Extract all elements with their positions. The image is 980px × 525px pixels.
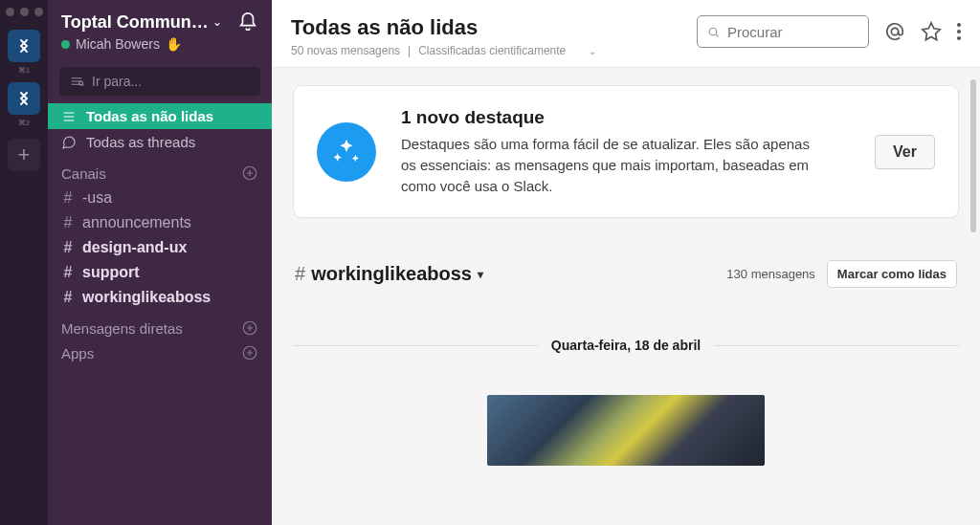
- chevron-down-icon: ⌄: [589, 46, 596, 56]
- channel-name: -usa: [82, 189, 112, 207]
- scrollbar-thumb[interactable]: [970, 79, 976, 232]
- nav-all-threads[interactable]: Todas as threads: [48, 129, 272, 155]
- message-image[interactable]: [487, 395, 765, 466]
- apps-section-header[interactable]: Apps: [48, 340, 272, 365]
- nav-threads-label: Todas as threads: [86, 134, 195, 150]
- highlight-body: Destaques são uma forma fácil de se atua…: [401, 134, 813, 196]
- sidebar: Toptal Commun… ⌄ Micah Bowers ✋ Ir para.…: [48, 0, 272, 525]
- workspace-name: Toptal Commun…: [61, 12, 209, 33]
- add-app-icon[interactable]: [241, 344, 258, 361]
- channels-section-header[interactable]: Canais: [48, 155, 272, 186]
- search-box[interactable]: [697, 15, 869, 48]
- topbar: Todas as não lidas 50 novas mensagens | …: [272, 0, 980, 68]
- hash-icon: #: [295, 263, 305, 285]
- unreads-icon: [61, 109, 77, 124]
- workspace-icon-1[interactable]: [8, 30, 40, 62]
- highlight-card: 1 novo destaque Destaques são uma forma …: [293, 85, 959, 218]
- highlight-title: 1 novo destaque: [401, 107, 850, 128]
- workspace-shortcut-2: ⌘2: [18, 119, 30, 127]
- date-divider: Quarta-feira, 18 de abril: [293, 338, 959, 353]
- more-menu-icon[interactable]: [957, 23, 961, 40]
- presence-indicator: [61, 40, 70, 49]
- channel-name: workinglikeaboss: [82, 289, 211, 306]
- channel-item[interactable]: #support: [48, 260, 272, 285]
- channel-name: announcements: [82, 214, 191, 231]
- search-icon: [707, 25, 720, 39]
- date-label: Quarta-feira, 18 de abril: [551, 338, 701, 353]
- sort-label: Classificadas cientificamente: [418, 44, 566, 57]
- dm-section-header[interactable]: Mensagens diretas: [48, 310, 272, 340]
- channel-unread-header: # workinglikeaboss ▾ 130 mensagens Marca…: [293, 260, 959, 288]
- apps-heading: Apps: [61, 345, 94, 361]
- scrollbar[interactable]: [970, 79, 976, 514]
- svg-point-4: [709, 28, 717, 35]
- nav-all-unreads[interactable]: Todas as não lidas: [48, 103, 272, 129]
- nav-unreads-label: Todas as não lidas: [86, 108, 213, 124]
- main-area: Todas as não lidas 50 novas mensagens | …: [272, 0, 980, 525]
- separator: |: [408, 44, 411, 57]
- jump-placeholder: Ir para...: [92, 74, 142, 89]
- content-scroll[interactable]: 1 novo destaque Destaques são uma forma …: [272, 68, 980, 525]
- page-subtitle[interactable]: 50 novas mensagens | Classificadas cient…: [291, 44, 596, 57]
- mark-as-read-button[interactable]: Marcar como lidas: [827, 260, 957, 288]
- add-channel-icon[interactable]: [241, 164, 258, 182]
- star-icon[interactable]: [921, 21, 942, 42]
- channel-item[interactable]: #-usa: [48, 186, 272, 210]
- view-highlight-button[interactable]: Ver: [875, 135, 935, 169]
- workspace-icon-2[interactable]: [8, 82, 40, 115]
- channel-expand-toggle[interactable]: # workinglikeaboss ▾: [295, 263, 483, 285]
- caret-down-icon: ▾: [478, 268, 483, 281]
- jump-to-input[interactable]: Ir para...: [59, 67, 260, 96]
- sparkle-icon: [317, 122, 376, 182]
- message-count: 130 mensagens: [726, 267, 815, 281]
- mentions-icon[interactable]: [884, 21, 905, 42]
- channel-item[interactable]: #design-and-ux: [48, 235, 272, 260]
- hash-icon: #: [61, 289, 75, 306]
- channel-name: workinglikeaboss: [311, 263, 472, 285]
- dm-heading: Mensagens diretas: [61, 320, 183, 337]
- unread-count: 50 novas mensagens: [291, 44, 400, 57]
- page-title: Todas as não lidas: [291, 15, 596, 40]
- add-dm-icon[interactable]: [241, 319, 258, 337]
- window-controls[interactable]: [6, 8, 43, 16]
- channel-name: design-and-ux: [82, 239, 187, 256]
- channel-name: support: [82, 264, 140, 281]
- threads-icon: [61, 135, 77, 150]
- svg-point-5: [891, 28, 898, 34]
- hash-icon: #: [61, 264, 75, 281]
- current-user[interactable]: Micah Bowers ✋: [61, 36, 258, 52]
- chevron-down-icon: ⌄: [212, 15, 222, 29]
- channel-item[interactable]: #announcements: [48, 210, 272, 235]
- workspace-shortcut-1: ⌘1: [18, 66, 30, 75]
- workspace-switcher[interactable]: Toptal Commun… ⌄: [61, 12, 222, 33]
- hash-icon: #: [61, 214, 75, 231]
- user-name: Micah Bowers: [76, 36, 160, 52]
- user-status-emoji: ✋: [166, 36, 182, 52]
- workspace-rail: ⌘1 ⌘2 +: [0, 0, 48, 525]
- notifications-bell-icon[interactable]: [237, 11, 258, 33]
- channels-heading: Canais: [61, 165, 106, 182]
- hash-icon: #: [61, 189, 75, 207]
- jump-icon: [69, 74, 84, 89]
- search-input[interactable]: [727, 24, 858, 40]
- hash-icon: #: [61, 239, 75, 256]
- add-workspace-button[interactable]: +: [8, 139, 40, 171]
- channel-item[interactable]: #workinglikeaboss: [48, 285, 272, 310]
